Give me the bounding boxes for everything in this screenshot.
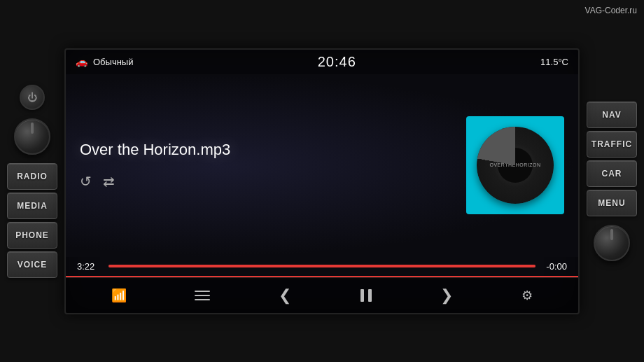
tuning-knob[interactable] bbox=[594, 225, 630, 261]
vinyl-label: OVER THE HORIZON bbox=[498, 148, 533, 183]
car-status-icon: 🚗 bbox=[76, 56, 88, 67]
playback-controls: ↺ ⇄ bbox=[80, 173, 466, 190]
track-info: Over the Horizon.mp3 ↺ ⇄ bbox=[80, 141, 466, 190]
svg-rect-3 bbox=[360, 289, 364, 302]
time-remaining: -0:00 bbox=[542, 261, 567, 272]
tracklist-button[interactable] bbox=[189, 287, 216, 304]
temperature: 11.5°C bbox=[540, 57, 568, 67]
vinyl-disc: OVER THE HORIZON bbox=[477, 127, 554, 204]
radio-button[interactable]: RADIO bbox=[7, 163, 57, 190]
voice-button[interactable]: VOICE bbox=[7, 251, 57, 278]
svg-rect-1 bbox=[195, 295, 210, 296]
shuffle-icon[interactable]: ⇄ bbox=[103, 173, 115, 190]
next-button[interactable]: ❯ bbox=[435, 284, 458, 307]
progress-fill bbox=[108, 265, 536, 267]
time-elapsed: 3:22 bbox=[77, 261, 102, 272]
status-left: 🚗 Обычный bbox=[76, 56, 133, 67]
infotainment-screen: 🚗 Обычный 20:46 11.5°C Over the Horizon.… bbox=[64, 48, 580, 314]
status-bar: 🚗 Обычный 20:46 11.5°C bbox=[66, 50, 578, 74]
svg-rect-2 bbox=[195, 299, 210, 300]
media-button[interactable]: MEDIA bbox=[7, 193, 57, 219]
progress-area: 3:22 -0:00 bbox=[66, 257, 578, 276]
clock: 20:46 bbox=[318, 54, 356, 70]
drive-mode: Обычный bbox=[93, 57, 133, 67]
pause-button[interactable] bbox=[354, 286, 378, 305]
svg-rect-4 bbox=[368, 289, 372, 302]
time-row: 3:22 -0:00 bbox=[77, 261, 567, 272]
album-background: OVER THE HORIZON bbox=[466, 116, 564, 214]
watermark: VAG-Coder.ru bbox=[585, 6, 637, 15]
wifi-button[interactable]: 📶 bbox=[106, 285, 132, 306]
track-title: Over the Horizon.mp3 bbox=[80, 141, 466, 159]
volume-knob[interactable] bbox=[14, 118, 50, 155]
progress-bar[interactable] bbox=[108, 265, 536, 267]
svg-rect-0 bbox=[195, 291, 210, 292]
left-side: ⏻ RADIO MEDIA PHONE VOICE bbox=[0, 78, 64, 285]
nav-button[interactable]: NAV bbox=[587, 102, 637, 128]
repeat-icon[interactable]: ↺ bbox=[80, 173, 92, 190]
power-button[interactable]: ⏻ bbox=[20, 85, 45, 110]
car-button[interactable]: CAR bbox=[587, 160, 637, 187]
traffic-button[interactable]: TRAFFIC bbox=[587, 131, 637, 158]
prev-button[interactable]: ❮ bbox=[273, 284, 297, 307]
menu-button[interactable]: MENU bbox=[587, 190, 637, 216]
album-art: OVER THE HORIZON bbox=[466, 116, 564, 214]
head-unit: VAG-Coder.ru ⏻ RADIO MEDIA PHONE VOICE 🚗… bbox=[0, 0, 644, 362]
content-area: Over the Horizon.mp3 ↺ ⇄ OVER THE HORIZO… bbox=[66, 74, 578, 257]
settings-button[interactable]: ⚙ bbox=[516, 285, 538, 306]
right-side: NAV TRAFFIC CAR MENU bbox=[580, 95, 644, 268]
phone-button[interactable]: PHONE bbox=[7, 222, 57, 249]
bottom-toolbar: 📶 ❮ ❯ ⚙ bbox=[66, 277, 578, 313]
